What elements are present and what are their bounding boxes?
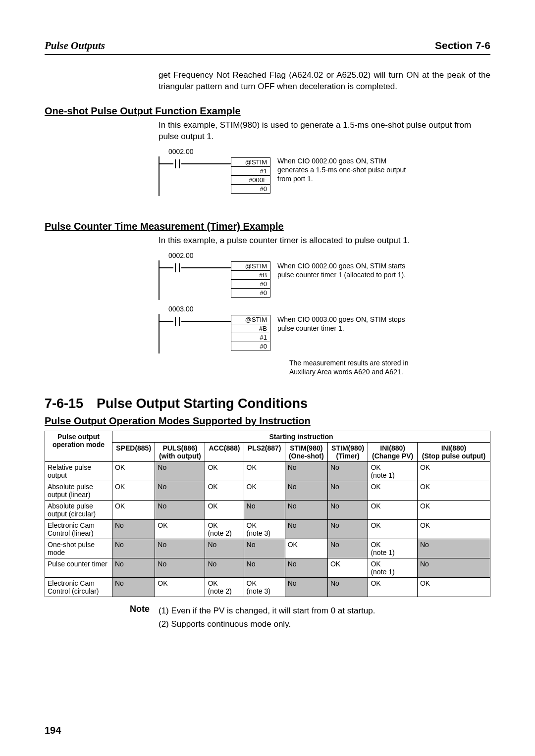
notes: Note (1) Even if the PV is changed, it w… (45, 604, 490, 631)
timer1-contact-label: 0002.00 (168, 252, 490, 259)
mode-cell: OK (112, 481, 155, 501)
mode-cell: OK (112, 501, 155, 520)
instr-line: @STIM (231, 157, 270, 167)
instr-line: #1 (231, 333, 270, 342)
mode-cell: No (244, 501, 285, 520)
mode-cell: OK(note 3) (244, 578, 285, 597)
note-item: (1) Even if the PV is changed, it will s… (159, 604, 375, 617)
timer2-caption: When CIO 0003.00 goes ON, STIM stops pul… (277, 315, 416, 333)
instr-line: @STIM (231, 315, 270, 324)
mode-cell: No (155, 501, 205, 520)
mode-cell: OK (244, 481, 285, 501)
oneshot-caption: When CIO 0002.00 goes ON, STIM generates… (277, 156, 416, 184)
ladder-rail (159, 156, 231, 196)
mode-cell: No (327, 520, 368, 539)
page-number: 194 (45, 725, 61, 736)
note-item: (2) Supports continuous mode only. (159, 617, 375, 631)
mode-cell: OK (417, 578, 490, 597)
col-header: SPED(885) (112, 443, 155, 462)
oneshot-instruction-block: @STIM #1 #000F #0 (231, 157, 270, 193)
header-left: Pulse Outputs (45, 40, 105, 52)
instr-line: #B (231, 324, 270, 333)
mode-cell: OK (368, 501, 417, 520)
mode-cell: No (417, 539, 490, 558)
oneshot-contact-label: 0002.00 (168, 148, 490, 155)
mode-cell: OK(note 2) (205, 520, 244, 539)
mode-name-cell: Electronic Cam Control (linear) (45, 520, 112, 539)
instr-line: #000F (231, 175, 270, 185)
main-heading: 7-6-15 Pulse Output Starting Conditions (45, 396, 490, 411)
mode-cell: No (155, 462, 205, 481)
timer2-contact-label: 0003.00 (168, 305, 490, 313)
mode-cell: No (327, 578, 368, 597)
instr-line: #0 (231, 288, 270, 298)
table-row: Pulse counter timerNoNoNoNoNoOKOK(note 1… (45, 558, 490, 578)
table-row: Absolute pulse output (linear)OKNoOKOKNo… (45, 481, 490, 501)
mode-cell: OK (155, 578, 205, 597)
mode-cell: OK(note 2) (205, 578, 244, 597)
mode-cell: OK (285, 539, 327, 558)
mode-cell: OK (417, 462, 490, 481)
mode-cell: No (205, 539, 244, 558)
modes-heading: Pulse Output Operation Modes Supported b… (45, 415, 490, 427)
measurement-note: The measurement results are stored in Au… (289, 358, 428, 376)
mode-cell: OK(note 1) (368, 462, 417, 481)
mode-cell: OK (155, 520, 205, 539)
mode-cell: OK (417, 501, 490, 520)
mode-name-cell: Pulse counter timer (45, 558, 112, 578)
intro-paragraph: get Frequency Not Reached Flag (A624.02 … (159, 70, 490, 93)
mode-cell: No (285, 558, 327, 578)
mode-cell: No (327, 462, 368, 481)
col-header: STIM(980)(One-shot) (285, 443, 327, 462)
note-body: (1) Even if the PV is changed, it will s… (159, 604, 375, 631)
mode-cell: OK (205, 501, 244, 520)
mode-name-cell: One-shot pulse mode (45, 539, 112, 558)
table-row: Absolute pulse output (circular)OKNoOKNo… (45, 501, 490, 520)
mode-cell: No (285, 462, 327, 481)
instr-line: #0 (231, 279, 270, 289)
timer1-instruction-block: @STIM #B #0 #0 (231, 261, 270, 297)
mode-cell: No (417, 558, 490, 578)
note-label: Note (45, 604, 159, 631)
ladder-rail (159, 260, 231, 300)
header-right: Section 7-6 (435, 40, 490, 52)
mode-cell: No (327, 539, 368, 558)
mode-cell: OK (417, 520, 490, 539)
mode-cell: OK (327, 558, 368, 578)
col-header: INI(880)(Stop pulse output) (417, 443, 490, 462)
mode-cell: No (112, 539, 155, 558)
timer-ladder-1: 0002.00 @STIM #B #0 #0 When CIO 0002.00 … (159, 252, 490, 300)
mode-cell: No (205, 558, 244, 578)
mode-cell: No (244, 539, 285, 558)
mode-cell: OK (112, 462, 155, 481)
timer1-caption: When CIO 0002.00 goes ON, STIM starts pu… (277, 261, 416, 279)
mode-cell: OK (417, 481, 490, 501)
timer2-instruction-block: @STIM #B #1 #0 (231, 315, 270, 351)
instr-line: #0 (231, 184, 270, 194)
mode-name-cell: Absolute pulse output (linear) (45, 481, 112, 501)
oneshot-heading: One-shot Pulse Output Function Example (45, 105, 490, 117)
mode-cell: No (112, 578, 155, 597)
mode-cell: OK(note 3) (244, 520, 285, 539)
col-header: ACC(888) (205, 443, 244, 462)
mode-cell: No (327, 481, 368, 501)
operation-modes-table: Pulse output operation mode Starting ins… (45, 431, 490, 597)
table-row: Electronic Cam Control (linear)NoOKOK(no… (45, 520, 490, 539)
starting-instruction-header: Starting instruction (112, 431, 490, 443)
mode-cell: OK (368, 520, 417, 539)
mode-cell: No (155, 539, 205, 558)
table-row: One-shot pulse modeNoNoNoNoOKNoOK(note 1… (45, 539, 490, 558)
table-row: Relative pulse outputOKNoOKOKNoNoOK(note… (45, 462, 490, 481)
mode-name-cell: Relative pulse output (45, 462, 112, 481)
col-mode-header: Pulse output operation mode (45, 431, 112, 462)
timer-text: In this example, a pulse counter timer i… (159, 235, 490, 247)
ladder-rail (159, 314, 231, 353)
timer-ladder-2: 0003.00 @STIM #B #1 #0 When CIO 0003.00 … (159, 305, 490, 353)
col-header: STIM(980)(Timer) (327, 443, 368, 462)
oneshot-ladder: 0002.00 @STIM #1 #000F #0 When CIO 0002.… (159, 148, 490, 196)
instr-line: #1 (231, 166, 270, 176)
mode-cell: No (155, 558, 205, 578)
mode-cell: No (155, 481, 205, 501)
mode-cell: OK (244, 462, 285, 481)
mode-name-cell: Electronic Cam Control (circular) (45, 578, 112, 597)
